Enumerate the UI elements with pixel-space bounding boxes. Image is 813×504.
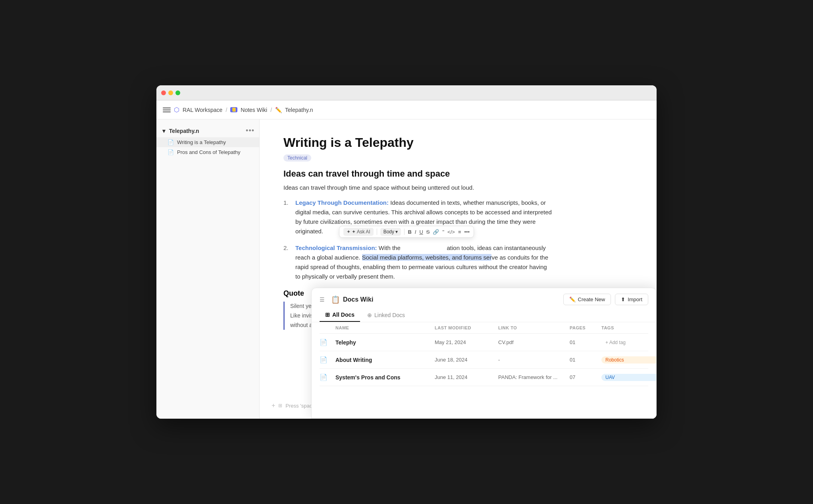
notes-wiki-icon: 📒 [230,107,237,112]
col-checkbox [320,325,335,330]
linked-docs-icon: ⊕ [367,312,372,318]
row-3-link: PANDA: Framework for ... [498,374,570,380]
page-title: Writing is a Telepathy [283,135,553,150]
strikethrough-button[interactable]: S [426,229,430,235]
import-icon: ⬆ [621,296,625,302]
table-row-3[interactable]: 📄 System's Pros and Cons June 11, 2024 P… [320,369,648,386]
row-1-link: CV.pdf [498,339,570,345]
sidebar-item-pros-cons[interactable]: 📄 Pros and Cons of Telepathy [156,147,259,157]
tab-linked-docs[interactable]: ⊕ Linked Docs [362,309,410,321]
import-label: Import [628,296,642,302]
section-heading: Ideas can travel through time and space [283,169,553,179]
create-new-button[interactable]: ✏️ Create New [563,294,611,305]
panel-title: Docs Wiki [343,296,373,303]
doc-icon-1: 📄 [168,139,174,145]
create-new-label: Create New [578,296,605,302]
panel-title-row: ☰ 📋 Docs Wiki [320,295,373,304]
row-2-tag[interactable]: Robotics [601,356,656,364]
table-row-2[interactable]: 📄 About Writing June 18, 2024 - 01 Robot… [320,351,648,369]
wiki-icon: 📋 [331,295,340,304]
row-1-pages: 01 [570,339,601,345]
linked-docs-label: Linked Docs [374,312,405,318]
app-window: ⬡ RAL Workspace / 📒 Notes Wiki / ✏️ Tele… [156,85,657,419]
row-1-name: Telephy [335,339,435,346]
chevron-down-icon: ▼ [161,128,167,134]
sidebar-title-row[interactable]: ▼ Telepathy.n [161,128,199,134]
sidebar-toggle-button[interactable] [163,106,171,114]
editor-toolbar: ✦ ✦ Ask AI Body ▾ B I U S 🔗 " </> ≡ ••• [339,226,474,238]
row-1-tag[interactable]: + Add tag [601,339,656,346]
row-3-tag[interactable]: UAV [601,374,656,381]
list-item-2-content: Technological Transmission: With the ati… [295,243,553,281]
bold-button[interactable]: B [408,229,411,235]
numbered-list: 1. Legacy Through Documentation: Ideas d… [283,198,553,281]
underline-button[interactable]: U [419,229,423,235]
row-3-icon: 📄 [320,373,335,381]
col-link-to: LINK TO [498,325,570,330]
minimize-button[interactable] [168,90,173,95]
panel-header: ☰ 📋 Docs Wiki ✏️ Create New ⬆ Import [312,288,656,305]
col-tags: TAGS [601,325,656,330]
sidebar-item-label-1: Writing is a Telepathy [177,139,226,145]
workspace-label[interactable]: RAL Workspace [183,107,222,113]
list-link-1[interactable]: Legacy Through Documentation: [295,199,389,206]
highlighted-text: Social media platforms, websites, and fo… [362,254,492,261]
code-button[interactable]: </> [447,229,455,235]
all-docs-label: All Docs [332,312,354,318]
import-button[interactable]: ⬆ Import [615,294,648,305]
sidebar-item-label-2: Pros and Cons of Telepathy [177,149,240,155]
breadcrumb: ⬡ RAL Workspace / 📒 Notes Wiki / ✏️ Tele… [174,106,313,113]
row-2-date: June 18, 2024 [435,357,498,363]
more-options-button[interactable]: ••• [464,229,470,235]
breadcrumb-sep-2: / [270,107,272,113]
col-pages: PAGES [570,325,601,330]
ask-ai-icon: ✦ [347,229,351,235]
breadcrumb-sep-1: / [225,107,227,113]
current-page-label[interactable]: Telepathy.n [285,107,313,113]
row-3-date: June 11, 2024 [435,374,498,380]
navbar: ⬡ RAL Workspace / 📒 Notes Wiki / ✏️ Tele… [156,100,657,119]
notes-wiki-label[interactable]: Notes Wiki [241,107,267,113]
tag-badge[interactable]: Technical [283,154,311,162]
toolbar-sep-1 [377,229,377,235]
row-2-link: - [498,357,570,363]
page-edit-icon: ✏️ [275,107,282,113]
row-3-name: System's Pros and Cons [335,374,435,381]
fullscreen-button[interactable] [175,90,180,95]
list-item-2: 2. Technological Transmission: With the … [283,243,553,281]
list-button[interactable]: ≡ [458,229,461,235]
list-num-1: 1. [283,198,291,236]
sidebar-more-button[interactable]: ••• [246,127,254,135]
list-num-2: 2. [283,243,291,281]
doc-icon-2: 📄 [168,149,174,155]
ask-ai-button[interactable]: ✦ ✦ Ask AI [343,228,374,236]
plus-icon[interactable]: + [272,402,275,409]
table-row-1[interactable]: 📄 Telephy May 21, 2024 CV.pdf 01 + Add t… [320,334,648,351]
quote-button[interactable]: " [442,229,444,235]
titlebar [156,85,657,100]
table-header: NAME LAST MODIFIED LINK TO PAGES TAGS [320,322,648,334]
all-docs-icon: ⊞ [325,312,330,318]
workspace-icon: ⬡ [174,106,179,113]
grid-icon: ⊞ [278,403,282,408]
row-3-pages: 07 [570,374,601,380]
toolbar-sep-2 [404,229,405,235]
col-name: NAME [335,325,435,330]
link-button[interactable]: 🔗 [433,229,439,235]
panel-actions: ✏️ Create New ⬆ Import [563,294,648,305]
row-2-icon: 📄 [320,356,335,364]
create-new-icon: ✏️ [569,296,576,302]
main-layout: ▼ Telepathy.n ••• 📄 Writing is a Telepat… [156,119,657,419]
italic-button[interactable]: I [415,229,416,235]
row-2-name: About Writing [335,357,435,363]
panel-tabs: ⊞ All Docs ⊕ Linked Docs [312,308,656,322]
tab-all-docs[interactable]: ⊞ All Docs [320,308,360,322]
col-last-modified: LAST MODIFIED [435,325,498,330]
ask-ai-label: ✦ Ask AI [352,229,370,235]
body-style-dropdown[interactable]: Body ▾ [380,228,401,236]
panel-menu-icon[interactable]: ☰ [320,296,325,303]
row-1-icon: 📄 [320,339,335,346]
list-link-2[interactable]: Technological Transmission: [295,244,377,251]
close-button[interactable] [161,90,166,95]
sidebar-item-writing[interactable]: 📄 Writing is a Telepathy [156,137,259,147]
